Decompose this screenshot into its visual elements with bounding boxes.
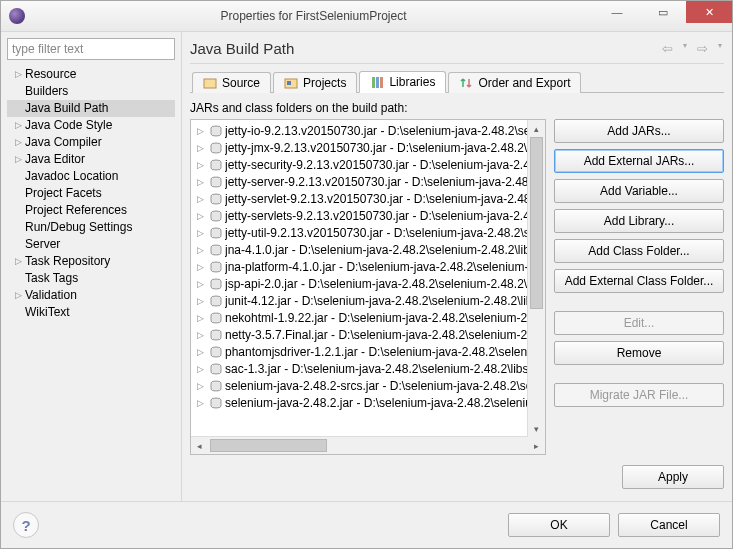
filter-input[interactable] xyxy=(7,38,175,60)
twist-icon[interactable]: ▷ xyxy=(197,296,207,306)
nav-item[interactable]: Project References xyxy=(7,202,175,219)
nav-item[interactable]: ▷Java Compiler xyxy=(7,134,175,151)
twist-icon[interactable]: ▷ xyxy=(197,160,207,170)
twist-icon[interactable]: ▷ xyxy=(197,245,207,255)
content-area: ▷ResourceBuildersJava Build Path▷Java Co… xyxy=(1,32,732,501)
minimize-button[interactable]: — xyxy=(594,1,640,23)
add-variable-button[interactable]: Add Variable... xyxy=(554,179,724,203)
scroll-up-icon[interactable]: ▴ xyxy=(528,120,545,137)
twist-icon[interactable]: ▷ xyxy=(197,364,207,374)
scroll-down-icon[interactable]: ▾ xyxy=(528,420,545,437)
migrate-jar-button[interactable]: Migrate JAR File... xyxy=(554,383,724,407)
jar-entry[interactable]: ▷phantomjsdriver-1.2.1.jar - D:\selenium… xyxy=(191,343,545,360)
back-menu-icon[interactable]: ▾ xyxy=(681,41,689,56)
twist-icon[interactable]: ▷ xyxy=(13,287,23,304)
jar-entry[interactable]: ▷jetty-servlets-9.2.13.v20150730.jar - D… xyxy=(191,207,545,224)
twist-icon[interactable]: ▷ xyxy=(197,177,207,187)
ok-button[interactable]: OK xyxy=(508,513,610,537)
nav-item[interactable]: Java Build Path xyxy=(7,100,175,117)
window-buttons: — ▭ ✕ xyxy=(594,1,732,23)
forward-icon[interactable]: ⇨ xyxy=(695,41,710,56)
twist-icon[interactable]: ▷ xyxy=(197,126,207,136)
twist-icon[interactable]: ▷ xyxy=(13,253,23,270)
nav-item[interactable]: Server xyxy=(7,236,175,253)
nav-item[interactable]: Project Facets xyxy=(7,185,175,202)
nav-tree[interactable]: ▷ResourceBuildersJava Build Path▷Java Co… xyxy=(7,66,175,321)
close-button[interactable]: ✕ xyxy=(686,1,732,23)
nav-item[interactable]: ▷Resource xyxy=(7,66,175,83)
nav-item[interactable]: Run/Debug Settings xyxy=(7,219,175,236)
jar-entry[interactable]: ▷jetty-server-9.2.13.v20150730.jar - D:\… xyxy=(191,173,545,190)
tab[interactable]: Source xyxy=(192,72,271,93)
twist-icon[interactable]: ▷ xyxy=(197,279,207,289)
tab[interactable]: Projects xyxy=(273,72,357,93)
jar-entry[interactable]: ▷selenium-java-2.48.2.jar - D:\selenium-… xyxy=(191,394,545,411)
jar-entry[interactable]: ▷selenium-java-2.48.2-srcs.jar - D:\sele… xyxy=(191,377,545,394)
jar-entry[interactable]: ▷junit-4.12.jar - D:\selenium-java-2.48.… xyxy=(191,292,545,309)
jar-entry[interactable]: ▷jna-platform-4.1.0.jar - D:\selenium-ja… xyxy=(191,258,545,275)
twist-icon[interactable]: ▷ xyxy=(197,330,207,340)
twist-icon[interactable]: ▷ xyxy=(13,117,23,134)
jar-entry[interactable]: ▷jetty-io-9.2.13.v20150730.jar - D:\sele… xyxy=(191,122,545,139)
forward-menu-icon[interactable]: ▾ xyxy=(716,41,724,56)
vertical-scrollbar[interactable]: ▴ ▾ xyxy=(527,120,545,437)
jar-entry[interactable]: ▷jna-4.1.0.jar - D:\selenium-java-2.48.2… xyxy=(191,241,545,258)
nav-item-label: WikiText xyxy=(23,304,70,321)
nav-item[interactable]: ▷Java Code Style xyxy=(7,117,175,134)
nav-item-label: Builders xyxy=(23,83,68,100)
nav-item[interactable]: ▷Validation xyxy=(7,287,175,304)
help-icon[interactable]: ? xyxy=(13,512,39,538)
jar-entry[interactable]: ▷jetty-util-9.2.13.v20150730.jar - D:\se… xyxy=(191,224,545,241)
jars-column: JARs and class folders on the build path… xyxy=(190,101,546,455)
cancel-button[interactable]: Cancel xyxy=(618,513,720,537)
twist-icon[interactable]: ▷ xyxy=(197,398,207,408)
nav-item[interactable]: Task Tags xyxy=(7,270,175,287)
tab[interactable]: Libraries xyxy=(359,71,446,93)
twist-icon[interactable]: ▷ xyxy=(197,347,207,357)
scroll-thumb[interactable] xyxy=(530,137,543,309)
twist-icon[interactable]: ▷ xyxy=(13,134,23,151)
jar-entry[interactable]: ▷jsp-api-2.0.jar - D:\selenium-java-2.48… xyxy=(191,275,545,292)
tab[interactable]: Order and Export xyxy=(448,72,581,93)
scroll-track-h[interactable] xyxy=(208,437,511,454)
jar-entry[interactable]: ▷jetty-servlet-9.2.13.v20150730.jar - D:… xyxy=(191,190,545,207)
add-library-button[interactable]: Add Library... xyxy=(554,209,724,233)
add-jars-button[interactable]: Add JARs... xyxy=(554,119,724,143)
twist-icon[interactable]: ▷ xyxy=(197,262,207,272)
add-external-jars-button[interactable]: Add External JARs... xyxy=(554,149,724,173)
nav-item[interactable]: Javadoc Location xyxy=(7,168,175,185)
jar-entry[interactable]: ▷jetty-jmx-9.2.13.v20150730.jar - D:\sel… xyxy=(191,139,545,156)
scroll-right-icon[interactable]: ▸ xyxy=(528,437,545,454)
twist-icon[interactable]: ▷ xyxy=(197,228,207,238)
twist-icon[interactable]: ▷ xyxy=(197,313,207,323)
remove-button[interactable]: Remove xyxy=(554,341,724,365)
twist-icon[interactable]: ▷ xyxy=(197,143,207,153)
twist-icon[interactable]: ▷ xyxy=(197,194,207,204)
nav-item[interactable]: ▷Task Repository xyxy=(7,253,175,270)
jar-icon xyxy=(209,278,223,290)
jar-entry[interactable]: ▷sac-1.3.jar - D:\selenium-java-2.48.2\s… xyxy=(191,360,545,377)
jar-entry[interactable]: ▷nekohtml-1.9.22.jar - D:\selenium-java-… xyxy=(191,309,545,326)
twist-icon[interactable]: ▷ xyxy=(13,151,23,168)
nav-item[interactable]: WikiText xyxy=(7,304,175,321)
add-class-folder-button[interactable]: Add Class Folder... xyxy=(554,239,724,263)
maximize-button[interactable]: ▭ xyxy=(640,1,686,23)
nav-item[interactable]: ▷Java Editor xyxy=(7,151,175,168)
jars-list[interactable]: ▷jetty-io-9.2.13.v20150730.jar - D:\sele… xyxy=(190,119,546,455)
jar-entry[interactable]: ▷jetty-security-9.2.13.v20150730.jar - D… xyxy=(191,156,545,173)
edit-button[interactable]: Edit... xyxy=(554,311,724,335)
horizontal-scrollbar[interactable]: ◂ ▸ xyxy=(191,436,545,454)
jar-label: selenium-java-2.48.2-srcs.jar - D:\selen… xyxy=(225,379,539,393)
twist-icon[interactable]: ▷ xyxy=(13,66,23,83)
scroll-track[interactable] xyxy=(528,137,545,420)
jar-entry[interactable]: ▷netty-3.5.7.Final.jar - D:\selenium-jav… xyxy=(191,326,545,343)
twist-icon[interactable]: ▷ xyxy=(197,381,207,391)
back-icon[interactable]: ⇦ xyxy=(660,41,675,56)
twist-icon[interactable]: ▷ xyxy=(197,211,207,221)
scroll-left-icon[interactable]: ◂ xyxy=(191,437,208,454)
apply-button[interactable]: Apply xyxy=(622,465,724,489)
nav-item[interactable]: Builders xyxy=(7,83,175,100)
jar-icon xyxy=(209,346,223,358)
add-external-class-folder-button[interactable]: Add External Class Folder... xyxy=(554,269,724,293)
scroll-thumb-h[interactable] xyxy=(210,439,327,452)
